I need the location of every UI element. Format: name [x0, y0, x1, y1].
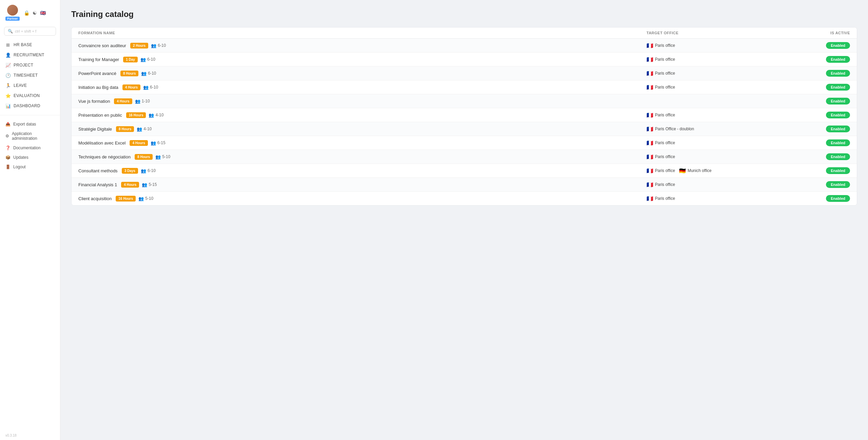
formation-name: PowerPoint avancé — [78, 71, 116, 76]
sidebar-item-leave[interactable]: 🏃 LEAVE — [0, 80, 60, 91]
participants-count: 4-10 — [143, 127, 152, 131]
box-icon: 📦 — [5, 155, 11, 160]
flag-icon: 🇫🇷 — [647, 56, 653, 63]
office-item: 🇫🇷Paris office — [647, 42, 675, 49]
flag-icon: 🇩🇪 — [679, 168, 686, 174]
nav-label-recruitment: RECRUITMENT — [14, 53, 44, 57]
formation-name: Stratégie Digitale — [78, 127, 112, 132]
duration-badge: 16 Hours — [126, 112, 146, 118]
nav-label-dashboard: DASHBOARD — [14, 103, 40, 108]
table-header: FORMATION NAME TARGET OFFICE IS ACTIVE — [72, 27, 857, 39]
table-row[interactable]: Convaincre son auditeur2 Hours👥6-10🇫🇷Par… — [72, 39, 857, 53]
sidebar-item-recruitment[interactable]: 👤 RECRUITMENT — [0, 50, 60, 60]
sidebar-item-evaluation[interactable]: ⭐ EVALUATION — [0, 91, 60, 101]
sidebar-item-timesheet[interactable]: 🕐 TIMESHEET — [0, 70, 60, 80]
formation-name-cell: Convaincre son auditeur2 Hours👥6-10 — [78, 43, 647, 49]
office-item: 🇫🇷Paris office — [647, 195, 675, 202]
formation-meta: 16 Hours👥5-10 — [116, 196, 153, 202]
participants-count: 6-10 — [148, 71, 156, 76]
catalog-table: FORMATION NAME TARGET OFFICE IS ACTIVE C… — [71, 27, 857, 206]
participants-icon: 👥 — [137, 127, 142, 132]
search-bar[interactable]: 🔍 ctrl + shift + f — [4, 27, 56, 36]
office-item: 🇫🇷Paris office — [647, 70, 675, 77]
formation-name-cell: Client acquisition16 Hours👥5-10 — [78, 196, 647, 202]
is-active-cell: Enabled — [782, 70, 850, 77]
target-office-cell: 🇫🇷Paris office — [647, 181, 782, 188]
nav-label-leave: LEAVE — [14, 83, 27, 88]
table-row[interactable]: Techniques de négociation8 Hours👥5-10🇫🇷P… — [72, 150, 857, 164]
formation-name-cell: Consultant methods3 Days👥6-10 — [78, 168, 647, 174]
search-hint: ctrl + shift + f — [15, 29, 36, 33]
participants-badge: 👥5-10 — [155, 154, 170, 159]
flag-icon: 🇫🇷 — [647, 168, 653, 174]
chart-icon: 📈 — [5, 62, 11, 68]
is-active-cell: Enabled — [782, 126, 850, 132]
main-content: Training catalog FORMATION NAME TARGET O… — [60, 0, 868, 440]
sidebar-item-project[interactable]: 📈 PROJECT — [0, 60, 60, 70]
clock-icon: 🕐 — [5, 73, 11, 78]
formation-name-cell: Techniques de négociation8 Hours👥5-10 — [78, 154, 647, 160]
formation-meta: 4 Hours👥6-15 — [130, 140, 165, 146]
status-badge: Enabled — [826, 42, 850, 49]
duration-badge: 1 Day — [123, 57, 138, 62]
target-office-cell: 🇫🇷Paris office — [647, 195, 782, 202]
sidebar-item-documentation[interactable]: ❓ Documentation — [0, 143, 60, 153]
participants-badge: 👥4-10 — [137, 127, 152, 132]
sidebar-item-app-admin[interactable]: ⚙ Application administration — [0, 129, 60, 143]
nav-label-project: PROJECT — [14, 63, 33, 68]
sidebar-item-updates[interactable]: 📦 Updates — [0, 153, 60, 162]
updates-label: Updates — [13, 155, 28, 160]
nav-section: ⊞ HR BASE 👤 RECRUITMENT 📈 PROJECT 🕐 TIME… — [0, 38, 60, 112]
flag-icon: 🇫🇷 — [647, 42, 653, 49]
participants-badge: 👥6-15 — [151, 140, 166, 146]
table-row[interactable]: Présentation en public16 Hours👥4-10🇫🇷Par… — [72, 108, 857, 122]
participants-badge: 👥6-10 — [141, 168, 156, 173]
header-is-active: IS ACTIVE — [782, 31, 850, 35]
is-active-cell: Enabled — [782, 181, 850, 188]
export-datas-label: Export datas — [13, 122, 36, 127]
status-badge: Enabled — [826, 195, 850, 202]
table-row[interactable]: Financial Analysis 14 Hours👥5-15🇫🇷Paris … — [72, 178, 857, 192]
sidebar-icons: 🔒 ☯ 🇬🇧 — [22, 10, 46, 16]
participants-count: 6-10 — [148, 168, 156, 173]
table-row[interactable]: Client acquisition16 Hours👥5-10🇫🇷Paris o… — [72, 192, 857, 205]
office-name: Paris office — [655, 154, 675, 159]
analytics-icon[interactable]: ☯ — [32, 10, 38, 16]
is-active-cell: Enabled — [782, 84, 850, 91]
sidebar-item-logout[interactable]: 🚪 Logout — [0, 162, 60, 172]
export-icon: 📤 — [5, 122, 11, 127]
table-row[interactable]: PowerPoint avancé8 Hours👥6-10🇫🇷Paris off… — [72, 66, 857, 80]
table-row[interactable]: Consultant methods3 Days👥6-10🇫🇷Paris off… — [72, 164, 857, 178]
participants-count: 6-10 — [147, 57, 155, 62]
target-office-cell: 🇫🇷Paris office — [647, 154, 782, 160]
duration-badge: 3 Days — [122, 168, 138, 174]
participants-badge: 👥4-10 — [149, 113, 163, 118]
table-row[interactable]: Initiation au Big data4 Hours👥6-10🇫🇷Pari… — [72, 80, 857, 94]
table-body: Convaincre son auditeur2 Hours👥6-10🇫🇷Par… — [72, 39, 857, 205]
flag-icon[interactable]: 🇬🇧 — [40, 10, 46, 16]
formation-meta: 3 Days👥6-10 — [122, 168, 156, 174]
target-office-cell: 🇫🇷Paris office🇩🇪Munich office — [647, 168, 782, 174]
duration-badge: 8 Hours — [135, 154, 153, 160]
table-row[interactable]: Modélisation avec Excel4 Hours👥6-15🇫🇷Par… — [72, 136, 857, 150]
formation-name-cell: Présentation en public16 Hours👥4-10 — [78, 112, 647, 118]
sidebar-item-dashboard[interactable]: 📊 DASHBOARD — [0, 101, 60, 111]
office-name: Paris office — [655, 140, 675, 145]
lock-icon[interactable]: 🔒 — [24, 10, 30, 16]
participants-icon: 👥 — [155, 154, 161, 159]
office-item: 🇩🇪Munich office — [679, 168, 711, 174]
office-name: Paris office — [655, 182, 675, 187]
nav-label-evaluation: EVALUATION — [14, 93, 40, 98]
target-office-cell: 🇫🇷Paris office — [647, 112, 782, 118]
formation-name-cell: Modélisation avec Excel4 Hours👥6-15 — [78, 140, 647, 146]
formation-name-cell: Financial Analysis 14 Hours👥5-15 — [78, 182, 647, 188]
table-row[interactable]: Training for Manager1 Day👥6-10🇫🇷Paris of… — [72, 53, 857, 66]
office-name: Paris office — [655, 43, 675, 48]
sidebar-item-hr-base[interactable]: ⊞ HR BASE — [0, 40, 60, 50]
catalog-table-wrapper: FORMATION NAME TARGET OFFICE IS ACTIVE C… — [71, 27, 857, 206]
table-row[interactable]: Vue js formation4 Hours👥1-10Enabled — [72, 94, 857, 108]
table-row[interactable]: Stratégie Digitale8 Hours👥4-10🇫🇷Paris Of… — [72, 122, 857, 136]
sidebar-item-export-datas[interactable]: 📤 Export datas — [0, 119, 60, 129]
participants-icon: 👥 — [149, 113, 154, 118]
duration-badge: 4 Hours — [130, 140, 148, 146]
